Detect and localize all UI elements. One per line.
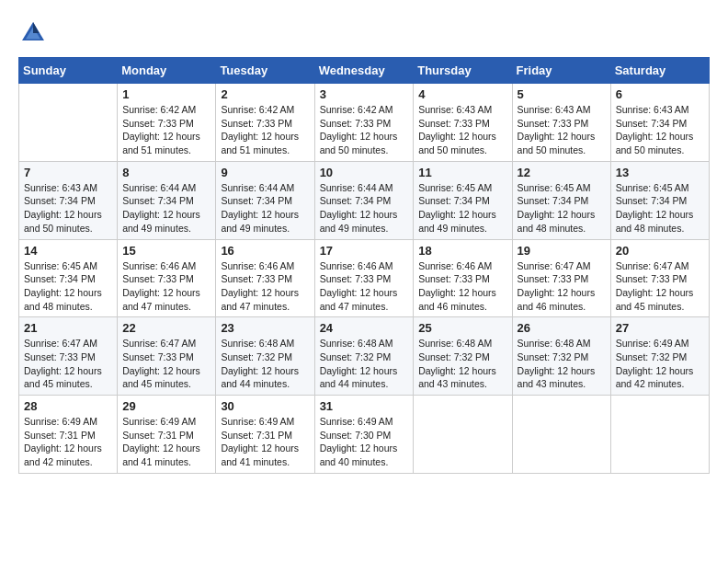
calendar-cell bbox=[610, 396, 709, 474]
day-info: Sunrise: 6:44 AMSunset: 7:34 PMDaylight:… bbox=[221, 181, 309, 236]
calendar-cell: 3Sunrise: 6:42 AMSunset: 7:33 PMDaylight… bbox=[314, 84, 414, 162]
calendar-table: SundayMondayTuesdayWednesdayThursdayFrid… bbox=[18, 57, 710, 474]
weekday-header-wednesday: Wednesday bbox=[314, 58, 414, 84]
day-info: Sunrise: 6:49 AMSunset: 7:30 PMDaylight:… bbox=[320, 415, 409, 469]
calendar-cell: 14Sunrise: 6:45 AMSunset: 7:34 PMDayligh… bbox=[19, 239, 118, 317]
calendar-cell: 30Sunrise: 6:49 AMSunset: 7:31 PMDayligh… bbox=[216, 396, 314, 474]
day-info: Sunrise: 6:43 AMSunset: 7:33 PMDaylight:… bbox=[418, 103, 506, 157]
day-info: Sunrise: 6:49 AMSunset: 7:31 PMDaylight:… bbox=[122, 415, 210, 469]
day-number: 28 bbox=[24, 399, 112, 413]
logo bbox=[18, 18, 51, 48]
weekday-header-saturday: Saturday bbox=[610, 58, 709, 84]
calendar-cell bbox=[19, 84, 118, 162]
day-info: Sunrise: 6:45 AMSunset: 7:34 PMDaylight:… bbox=[24, 259, 112, 314]
calendar-cell bbox=[414, 396, 512, 474]
day-number: 13 bbox=[616, 166, 704, 179]
calendar-cell: 29Sunrise: 6:49 AMSunset: 7:31 PMDayligh… bbox=[118, 396, 216, 474]
day-info: Sunrise: 6:45 AMSunset: 7:34 PMDaylight:… bbox=[418, 181, 506, 236]
day-number: 22 bbox=[122, 321, 210, 335]
day-number: 26 bbox=[518, 321, 606, 335]
weekday-header-sunday: Sunday bbox=[19, 58, 118, 84]
weekday-header-monday: Monday bbox=[118, 58, 216, 84]
calendar-cell bbox=[512, 396, 610, 474]
day-number: 4 bbox=[418, 87, 506, 101]
weekday-header-thursday: Thursday bbox=[414, 58, 512, 84]
day-info: Sunrise: 6:46 AMSunset: 7:33 PMDaylight:… bbox=[320, 259, 409, 314]
calendar-cell: 13Sunrise: 6:45 AMSunset: 7:34 PMDayligh… bbox=[610, 161, 709, 239]
day-info: Sunrise: 6:45 AMSunset: 7:34 PMDaylight:… bbox=[518, 181, 606, 236]
calendar-cell: 4Sunrise: 6:43 AMSunset: 7:33 PMDaylight… bbox=[414, 84, 512, 162]
calendar-cell: 25Sunrise: 6:48 AMSunset: 7:32 PMDayligh… bbox=[414, 317, 512, 396]
day-info: Sunrise: 6:47 AMSunset: 7:33 PMDaylight:… bbox=[518, 259, 606, 314]
calendar-cell: 20Sunrise: 6:47 AMSunset: 7:33 PMDayligh… bbox=[610, 239, 709, 317]
calendar-cell: 9Sunrise: 6:44 AMSunset: 7:34 PMDaylight… bbox=[216, 161, 314, 239]
calendar-cell: 7Sunrise: 6:43 AMSunset: 7:34 PMDaylight… bbox=[19, 161, 118, 239]
calendar-cell: 27Sunrise: 6:49 AMSunset: 7:32 PMDayligh… bbox=[610, 317, 709, 396]
calendar-week-row: 7Sunrise: 6:43 AMSunset: 7:34 PMDaylight… bbox=[19, 161, 710, 239]
calendar-cell: 24Sunrise: 6:48 AMSunset: 7:32 PMDayligh… bbox=[314, 317, 414, 396]
day-number: 18 bbox=[418, 244, 506, 258]
day-number: 6 bbox=[616, 87, 704, 101]
calendar-cell: 11Sunrise: 6:45 AMSunset: 7:34 PMDayligh… bbox=[414, 161, 512, 239]
day-info: Sunrise: 6:42 AMSunset: 7:33 PMDaylight:… bbox=[320, 103, 409, 157]
day-info: Sunrise: 6:44 AMSunset: 7:34 PMDaylight:… bbox=[122, 181, 210, 236]
day-number: 31 bbox=[320, 399, 409, 413]
day-number: 24 bbox=[320, 321, 409, 335]
day-number: 19 bbox=[518, 244, 606, 258]
day-info: Sunrise: 6:47 AMSunset: 7:33 PMDaylight:… bbox=[24, 337, 112, 391]
day-number: 7 bbox=[24, 166, 112, 179]
day-info: Sunrise: 6:47 AMSunset: 7:33 PMDaylight:… bbox=[122, 337, 210, 391]
calendar-cell: 18Sunrise: 6:46 AMSunset: 7:33 PMDayligh… bbox=[414, 239, 512, 317]
calendar-cell: 23Sunrise: 6:48 AMSunset: 7:32 PMDayligh… bbox=[216, 317, 314, 396]
day-number: 3 bbox=[320, 87, 409, 101]
day-info: Sunrise: 6:46 AMSunset: 7:33 PMDaylight:… bbox=[122, 259, 210, 314]
day-info: Sunrise: 6:48 AMSunset: 7:32 PMDaylight:… bbox=[320, 337, 409, 391]
day-number: 25 bbox=[418, 321, 506, 335]
calendar-cell: 17Sunrise: 6:46 AMSunset: 7:33 PMDayligh… bbox=[314, 239, 414, 317]
day-number: 15 bbox=[122, 244, 210, 258]
day-number: 30 bbox=[221, 399, 309, 413]
day-number: 21 bbox=[24, 321, 112, 335]
day-info: Sunrise: 6:42 AMSunset: 7:33 PMDaylight:… bbox=[221, 103, 309, 157]
day-number: 12 bbox=[518, 166, 606, 179]
day-number: 1 bbox=[122, 87, 210, 101]
day-number: 9 bbox=[221, 166, 309, 179]
calendar-cell: 28Sunrise: 6:49 AMSunset: 7:31 PMDayligh… bbox=[19, 396, 118, 474]
day-number: 17 bbox=[320, 244, 409, 258]
day-number: 2 bbox=[221, 87, 309, 101]
day-info: Sunrise: 6:42 AMSunset: 7:33 PMDaylight:… bbox=[122, 103, 210, 157]
day-number: 29 bbox=[122, 399, 210, 413]
day-number: 16 bbox=[221, 244, 309, 258]
day-info: Sunrise: 6:47 AMSunset: 7:33 PMDaylight:… bbox=[616, 259, 704, 314]
page-header bbox=[18, 18, 710, 48]
day-info: Sunrise: 6:43 AMSunset: 7:34 PMDaylight:… bbox=[616, 103, 704, 157]
day-number: 10 bbox=[320, 166, 409, 179]
calendar-cell: 1Sunrise: 6:42 AMSunset: 7:33 PMDaylight… bbox=[118, 84, 216, 162]
day-number: 8 bbox=[122, 166, 210, 179]
calendar-cell: 2Sunrise: 6:42 AMSunset: 7:33 PMDaylight… bbox=[216, 84, 314, 162]
calendar-cell: 21Sunrise: 6:47 AMSunset: 7:33 PMDayligh… bbox=[19, 317, 118, 396]
day-number: 23 bbox=[221, 321, 309, 335]
logo-icon bbox=[18, 18, 48, 48]
day-info: Sunrise: 6:44 AMSunset: 7:34 PMDaylight:… bbox=[320, 181, 409, 236]
calendar-cell: 12Sunrise: 6:45 AMSunset: 7:34 PMDayligh… bbox=[512, 161, 610, 239]
calendar-cell: 8Sunrise: 6:44 AMSunset: 7:34 PMDaylight… bbox=[118, 161, 216, 239]
calendar-cell: 15Sunrise: 6:46 AMSunset: 7:33 PMDayligh… bbox=[118, 239, 216, 317]
calendar-cell: 6Sunrise: 6:43 AMSunset: 7:34 PMDaylight… bbox=[610, 84, 709, 162]
calendar-week-row: 28Sunrise: 6:49 AMSunset: 7:31 PMDayligh… bbox=[19, 396, 710, 474]
calendar-cell: 22Sunrise: 6:47 AMSunset: 7:33 PMDayligh… bbox=[118, 317, 216, 396]
day-info: Sunrise: 6:45 AMSunset: 7:34 PMDaylight:… bbox=[616, 181, 704, 236]
day-info: Sunrise: 6:48 AMSunset: 7:32 PMDaylight:… bbox=[221, 337, 309, 391]
day-info: Sunrise: 6:46 AMSunset: 7:33 PMDaylight:… bbox=[418, 259, 506, 314]
day-info: Sunrise: 6:43 AMSunset: 7:34 PMDaylight:… bbox=[24, 181, 112, 236]
day-info: Sunrise: 6:48 AMSunset: 7:32 PMDaylight:… bbox=[518, 337, 606, 391]
day-info: Sunrise: 6:49 AMSunset: 7:31 PMDaylight:… bbox=[24, 415, 112, 469]
calendar-week-row: 14Sunrise: 6:45 AMSunset: 7:34 PMDayligh… bbox=[19, 239, 710, 317]
calendar-cell: 5Sunrise: 6:43 AMSunset: 7:33 PMDaylight… bbox=[512, 84, 610, 162]
calendar-cell: 16Sunrise: 6:46 AMSunset: 7:33 PMDayligh… bbox=[216, 239, 314, 317]
weekday-header-row: SundayMondayTuesdayWednesdayThursdayFrid… bbox=[19, 58, 710, 84]
day-number: 27 bbox=[616, 321, 704, 335]
calendar-week-row: 1Sunrise: 6:42 AMSunset: 7:33 PMDaylight… bbox=[19, 84, 710, 162]
day-number: 5 bbox=[518, 87, 606, 101]
day-number: 14 bbox=[24, 244, 112, 258]
